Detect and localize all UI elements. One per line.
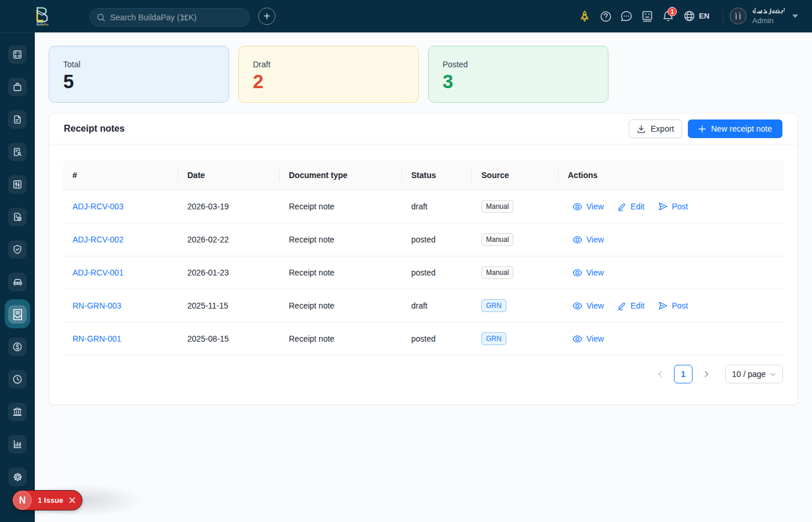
svg-text:BuildaPay: BuildaPay (37, 23, 49, 26)
